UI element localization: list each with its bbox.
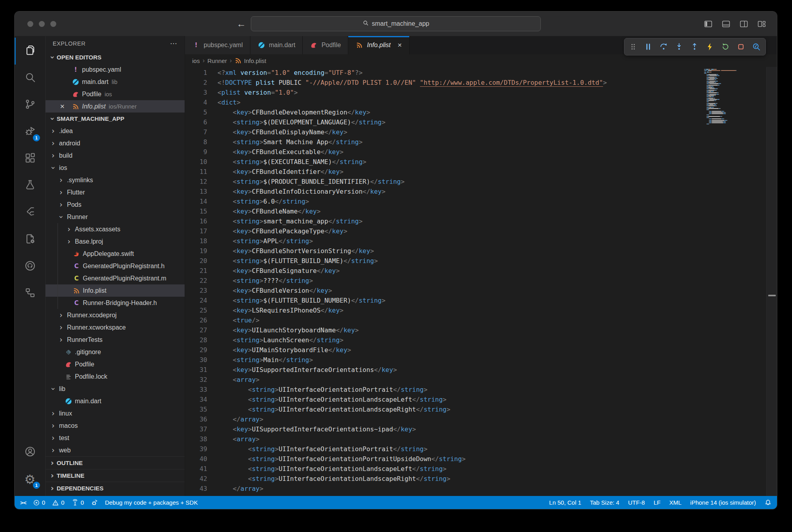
tree-item-android[interactable]: ›android: [46, 137, 185, 149]
section-dependencies[interactable]: ›DEPENDENCIES: [46, 482, 185, 494]
activity-item-project-manager[interactable]: [15, 226, 45, 253]
tree-item-generatedpluginregistrant.h[interactable]: ›CGeneratedPluginRegistrant.h: [46, 260, 185, 272]
code-line: 21<key>CFBundleSignature</key>: [185, 266, 777, 276]
tree-item-linux[interactable]: ›linux: [46, 407, 185, 419]
tree-item-test[interactable]: ›test: [46, 432, 185, 444]
chevron-icon: ›: [57, 336, 65, 343]
tree-item-build[interactable]: ›build: [46, 149, 185, 162]
toggle-secondary-sidebar-icon[interactable]: [739, 19, 749, 29]
step-into-button[interactable]: [675, 42, 683, 51]
tab-podfile[interactable]: Podfile: [303, 36, 348, 54]
restart-button[interactable]: [721, 42, 730, 51]
toggle-sidebar-icon[interactable]: [703, 19, 713, 29]
activity-item-search[interactable]: [15, 65, 45, 92]
activity-item-source-control[interactable]: [15, 92, 45, 118]
status-cursor-position[interactable]: Ln 50, Col 1: [549, 499, 581, 506]
open-editor-item[interactable]: main.dartlib: [46, 76, 185, 88]
minimap-line: [706, 75, 764, 76]
tree-item-runner.xcworkspace[interactable]: ›Runner.xcworkspace: [46, 321, 185, 334]
tab-pubspec.yaml[interactable]: !pubspec.yaml: [185, 36, 250, 54]
tree-item-ios[interactable]: ›ios: [46, 162, 185, 174]
step-out-button[interactable]: [690, 42, 699, 51]
activity-item-explorer[interactable]: [15, 38, 45, 65]
tree-item-.idea[interactable]: ›.idea: [46, 125, 185, 137]
activity-item-remote-containers[interactable]: [15, 280, 45, 307]
toggle-panel-icon[interactable]: [721, 19, 731, 29]
minimize-window-button[interactable]: [39, 21, 45, 27]
activity-item-extensions[interactable]: [15, 145, 45, 172]
line-number: 12: [185, 177, 207, 187]
open-editor-item[interactable]: ✕Info.plistios/Runner: [46, 100, 185, 113]
customize-layout-icon[interactable]: [757, 19, 767, 29]
tree-item-lib[interactable]: ›lib: [46, 383, 185, 395]
close-icon[interactable]: ✕: [60, 103, 65, 110]
section-outline[interactable]: ›OUTLINE: [46, 456, 185, 469]
hot-reload-button[interactable]: [706, 42, 714, 51]
tree-item-.gitignore[interactable]: ›.gitignore: [46, 346, 185, 358]
tree-item-web[interactable]: ›web: [46, 444, 185, 456]
activity-item-settings[interactable]: ⚙1: [15, 466, 45, 493]
pause-button[interactable]: [644, 42, 653, 51]
status-eol[interactable]: LF: [654, 499, 661, 506]
status-device-selector[interactable]: iPhone 14 (ios simulator): [690, 499, 756, 506]
tree-item-podfile.lock[interactable]: ›Podfile.lock: [46, 370, 185, 383]
close-icon[interactable]: ✕: [397, 42, 402, 48]
status-launch-config[interactable]: Debug my code + packages + SDK: [105, 499, 198, 506]
status-ports[interactable]: 0: [72, 499, 84, 506]
status-warnings[interactable]: 0: [52, 499, 64, 506]
breadcrumb-item-ios[interactable]: ios: [192, 57, 200, 64]
breadcrumb-item-info.plist[interactable]: Info.plist: [235, 57, 266, 64]
tree-item-runner.xcodeproj[interactable]: ›Runner.xcodeproj: [46, 309, 185, 321]
close-window-button[interactable]: [27, 21, 33, 27]
minimap[interactable]: [704, 69, 764, 125]
step-over-button[interactable]: [659, 42, 668, 51]
tree-item-info.plist[interactable]: ›Info.plist: [46, 284, 185, 297]
back-icon[interactable]: ←: [237, 19, 246, 29]
tree-item-.symlinks[interactable]: ›.symlinks: [46, 174, 185, 186]
tree-item-appdelegate.swift[interactable]: ›AppDelegate.swift: [46, 248, 185, 260]
command-center-search[interactable]: smart_machine_app: [251, 16, 541, 31]
status-tab-size[interactable]: Tab Size: 4: [590, 499, 619, 506]
open-editor-item[interactable]: !pubspec.yaml: [46, 63, 185, 76]
tree-item-runner-bridging-header.h[interactable]: ›CRunner-Bridging-Header.h: [46, 297, 185, 309]
activity-item-accounts[interactable]: [15, 439, 45, 466]
tab-info.plist[interactable]: Info.plist✕: [348, 36, 409, 54]
project-section-header[interactable]: › SMART_MACHINE_APP: [46, 113, 185, 125]
activity-item-testing[interactable]: [15, 172, 45, 199]
activity-item-flutter[interactable]: [15, 199, 45, 226]
breadcrumb-item-runner[interactable]: Runner: [208, 57, 227, 64]
tree-item-assets.xcassets[interactable]: ›Assets.xcassets: [46, 223, 185, 235]
line-number: 8: [185, 137, 207, 147]
open-editor-item[interactable]: Podfileios: [46, 88, 185, 100]
tree-item-main.dart[interactable]: ›main.dart: [46, 395, 185, 407]
section-timeline[interactable]: ›TIMELINE: [46, 469, 185, 482]
tab-main.dart[interactable]: main.dart: [250, 36, 303, 54]
tree-item-base.lproj[interactable]: ›Base.lproj: [46, 235, 185, 248]
code-line: 28<string>LaunchScreen</string>: [185, 335, 777, 345]
drag-handle-button[interactable]: [629, 42, 637, 51]
tree-item-podfile[interactable]: ›Podfile: [46, 358, 185, 370]
status-errors[interactable]: 0: [33, 499, 45, 506]
status-encoding[interactable]: UTF-8: [628, 499, 645, 506]
code-editor[interactable]: 1<?xml version="1.0" encoding="UTF-8"?>2…: [185, 67, 777, 496]
line-number: 17: [185, 226, 207, 236]
tree-item-runner[interactable]: ›Runner: [46, 211, 185, 223]
tree-item-flutter[interactable]: ›Flutter: [46, 186, 185, 198]
scrollbar[interactable]: [766, 67, 777, 496]
status-language-mode[interactable]: XML: [669, 499, 681, 506]
stop-button[interactable]: [737, 42, 745, 51]
tree-item-pods[interactable]: ›Pods: [46, 198, 185, 211]
tree-item-generatedpluginregistrant.m[interactable]: ›CGeneratedPluginRegistrant.m: [46, 272, 185, 284]
tree-item-runnertests[interactable]: ›RunnerTests: [46, 334, 185, 346]
status-notifications[interactable]: [765, 499, 771, 506]
status-remote[interactable]: ><: [20, 500, 26, 506]
tree-item-macos[interactable]: ›macos: [46, 419, 185, 432]
code-line: 29<key>UIMainStoryboardFile</key>: [185, 345, 777, 355]
open-devtools-button[interactable]: [752, 42, 761, 51]
open-editors-section-header[interactable]: › OPEN EDITORS: [46, 51, 185, 63]
status-debug-status[interactable]: [91, 499, 98, 506]
zoom-window-button[interactable]: [50, 21, 56, 27]
more-actions-icon[interactable]: ⋯: [170, 39, 177, 48]
activity-item-run-debug[interactable]: 1: [15, 118, 45, 145]
activity-item-github[interactable]: [15, 253, 45, 280]
